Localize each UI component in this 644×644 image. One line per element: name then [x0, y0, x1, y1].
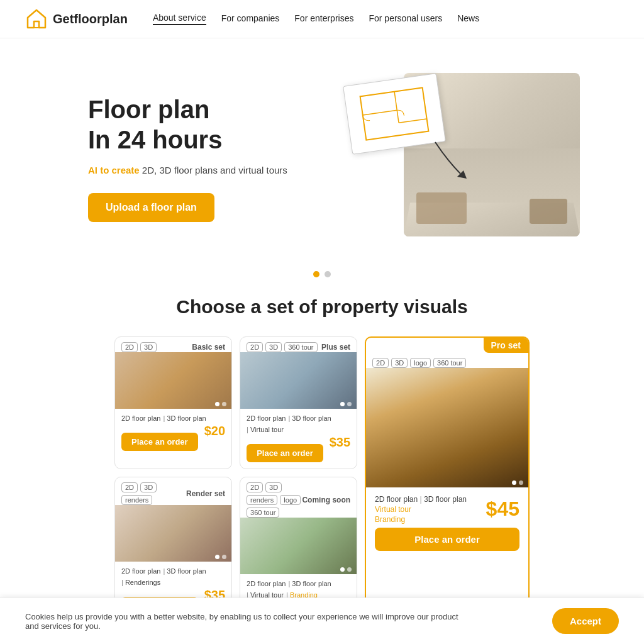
plus-order-button[interactable]: Place an order [247, 444, 323, 462]
header: Getfloorplan About service For companies… [0, 0, 644, 38]
hero-title: Floor plan In 24 hours [88, 94, 302, 155]
hero-subtitle: AI to create 2D, 3D floor plans and virt… [88, 165, 302, 175]
svg-line-2 [363, 110, 397, 115]
card-basic: 2D 3D Basic set 2D floor plan 3D floor p… [114, 336, 232, 469]
plus-set-label: Plus set [321, 343, 350, 352]
pro-order-button[interactable]: Place an order [375, 528, 519, 551]
plus-tag-tour: 360 tour [284, 342, 317, 352]
plus-tag-2d: 2D [247, 342, 263, 352]
coming-card-image [240, 518, 357, 574]
render-card-image [115, 505, 231, 562]
pro-f3: Virtual tour [375, 505, 411, 514]
pro-price: $45 [486, 497, 519, 521]
dot-1[interactable] [313, 271, 319, 277]
pro-tag-3d: 3D [391, 358, 408, 368]
basic-feat-1: 2D floor plan [121, 414, 160, 423]
coming-tag-logo: logo [280, 495, 301, 505]
logo-icon [25, 8, 48, 30]
render-tag-2d: 2D [121, 482, 138, 492]
basic-card-footer: Place an order [115, 429, 204, 457]
basic-card-image [115, 352, 231, 409]
coming-feat-1: 2D floor plan [247, 579, 286, 588]
nav-personal[interactable]: For personal users [369, 13, 442, 25]
pro-feat-list: 2D floor plan3D floor plan Virtual tour … [375, 494, 467, 524]
hero-text: Floor plan In 24 hours AI to create 2D, … [88, 94, 302, 222]
pro-f4: Branding [375, 515, 405, 524]
nav-enterprises[interactable]: For enterprises [294, 13, 353, 25]
basic-order-button[interactable]: Place an order [121, 433, 198, 451]
pro-card-top: Pro set [366, 338, 528, 353]
pro-card-footer: Place an order [366, 524, 528, 560]
basic-price: $20 [204, 424, 225, 438]
svg-line-4 [399, 119, 427, 123]
coming-set-label: Coming soon [302, 496, 350, 504]
pro-tag-tour: 360 tour [433, 358, 466, 368]
cookie-text: Cookies help us provide you with a bette… [25, 612, 465, 631]
nav-about[interactable]: About service [153, 13, 206, 25]
coming-tag-3d: 3D [265, 482, 282, 492]
pro-tags-row: 2D 3D logo 360 tour [366, 353, 528, 368]
pro-tag-2d: 2D [372, 358, 389, 368]
basic-feat-2: 3D floor plan [163, 414, 206, 423]
card-plus: 2D 3D 360 tour Plus set 2D floor plan 3D… [240, 336, 357, 469]
plus-card-image [240, 352, 357, 409]
plus-card-footer: Place an order [240, 440, 330, 469]
plus-price: $35 [330, 435, 350, 450]
logo-text: Getfloorplan [53, 12, 128, 26]
cookie-banner: Cookies help us provide you with a bette… [0, 597, 644, 644]
plus-feat-2: 3D floor plan [288, 414, 331, 423]
render-tag-3d: 3D [140, 482, 157, 492]
tag-3d: 3D [140, 342, 157, 352]
card-render-header: 2D 3D renders Render set [115, 477, 231, 505]
plus-feat-1: 2D floor plan [247, 414, 286, 423]
nav-news[interactable]: News [457, 13, 479, 25]
pro-f1: 2D floor plan [375, 495, 418, 504]
hero-image [302, 70, 619, 246]
pro-card-image [366, 368, 528, 487]
svg-line-3 [394, 92, 399, 123]
logo[interactable]: Getfloorplan [25, 8, 128, 30]
cookie-accept-button[interactable]: Accept [552, 608, 619, 634]
pro-set-label: Pro set [484, 338, 528, 353]
hero-section: Floor plan In 24 hours AI to create 2D, … [0, 38, 644, 265]
card-plus-header: 2D 3D 360 tour Plus set [240, 337, 357, 352]
pro-f2: 3D floor plan [418, 495, 467, 504]
pro-tag-logo: logo [410, 358, 431, 368]
card-basic-header: 2D 3D Basic set [115, 337, 231, 352]
render-feat-2: 3D floor plan [163, 567, 206, 575]
dot-2[interactable] [325, 271, 331, 277]
pro-price-row: 2D floor plan3D floor plan Virtual tour … [366, 487, 528, 524]
render-feat-1: 2D floor plan [121, 567, 160, 575]
hero-dots [0, 265, 644, 296]
coming-feat-2: 3D floor plan [288, 579, 331, 588]
plus-feat-3: Virtual tour [247, 425, 284, 434]
render-tag-renders: renders [121, 495, 152, 505]
basic-card-info: 2D floor plan 3D floor plan $20 [115, 409, 231, 429]
coming-tag-tour: 360 tour [247, 508, 279, 518]
render-set-label: Render set [186, 489, 225, 498]
render-card-info: 2D floor plan 3D floor plan Renderings $… [115, 562, 231, 593]
main-nav: About service For companies For enterpri… [153, 13, 479, 25]
nav-companies[interactable]: For companies [221, 13, 280, 25]
card-coming-header: 2D 3D renders logo 360 tour Coming soon [240, 477, 357, 518]
plus-card-info: 2D floor plan 3D floor plan Virtual tour… [240, 409, 357, 440]
basic-set-label: Basic set [192, 343, 225, 352]
section-title: Choose a set of property visuals [0, 296, 644, 318]
render-feat-3: Renderings [121, 578, 160, 587]
coming-tag-2d: 2D [247, 482, 263, 492]
plus-tag-3d: 3D [265, 342, 282, 352]
tag-2d: 2D [121, 342, 138, 352]
upload-floor-plan-button[interactable]: Upload a floor plan [88, 193, 214, 222]
coming-tag-renders: renders [247, 495, 277, 505]
